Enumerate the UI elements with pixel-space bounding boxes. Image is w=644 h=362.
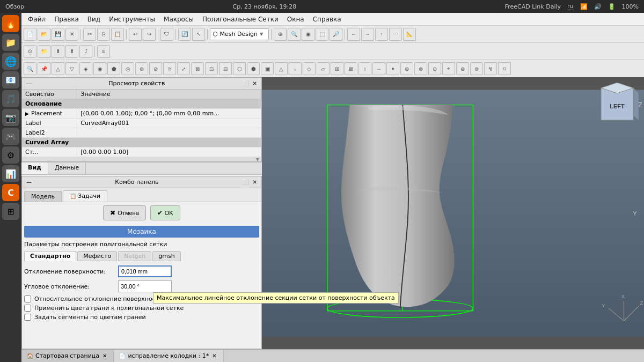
viewport[interactable]: Z Y Z Y X: [262, 77, 644, 349]
mesh-tb-28[interactable]: ⊕: [400, 62, 413, 75]
mesh-tb-15[interactable]: ⊟: [219, 62, 232, 75]
cut-btn[interactable]: ✂: [83, 28, 96, 41]
dock-email[interactable]: 📧: [2, 71, 19, 88]
dock-music[interactable]: 🎵: [2, 90, 19, 107]
view-style-btn[interactable]: ◉: [302, 28, 314, 41]
menu-edit[interactable]: Правка: [50, 14, 83, 24]
workbench-dropdown[interactable]: ⬡ Mesh Design ▼: [210, 28, 269, 40]
dock-photos[interactable]: 📷: [2, 109, 19, 126]
dock-c[interactable]: C: [2, 184, 19, 201]
mesh-tb-20[interactable]: ⬦: [289, 62, 302, 75]
checkbox-segments[interactable]: [24, 314, 31, 321]
prop-panel-close[interactable]: ✕: [252, 80, 258, 86]
mesh-tb-11[interactable]: ≋: [163, 62, 176, 75]
mesh-tb-34[interactable]: ↯: [484, 62, 497, 75]
checkbox-colors[interactable]: [24, 305, 31, 312]
tab-view[interactable]: Вид: [21, 162, 48, 174]
mesh-tb-30[interactable]: ⊙: [428, 62, 441, 75]
mesh-tb-26[interactable]: ↔: [372, 62, 385, 75]
mesh-tb-29[interactable]: ⊗: [414, 62, 427, 75]
file-tab-close[interactable]: ✕: [211, 353, 217, 359]
surface-deviation-input[interactable]: [118, 265, 172, 277]
refresh-btn[interactable]: 🔄: [178, 28, 191, 41]
navigation-cube[interactable]: LEFT: [596, 83, 639, 125]
dock-files[interactable]: 📁: [2, 34, 19, 51]
save-btn[interactable]: 💾: [52, 28, 64, 41]
mesh-tb-9[interactable]: ⊕: [135, 62, 148, 75]
mesh-tb-2[interactable]: 📌: [38, 62, 50, 75]
view-zoom-btn[interactable]: 🔍: [288, 28, 301, 41]
view-up-btn[interactable]: ↑: [375, 28, 388, 41]
start-tab-close[interactable]: ✕: [101, 353, 108, 359]
tab-tasks[interactable]: 📋Задачи: [63, 190, 107, 202]
bottom-tab-start[interactable]: 🏠 Стартовая страница ✕: [21, 350, 114, 362]
mesh-tb-23[interactable]: ⊞: [331, 62, 343, 75]
new-btn[interactable]: 📄: [24, 28, 36, 41]
mesh-tb-3[interactable]: △: [52, 62, 64, 75]
tb2-5[interactable]: ⤴: [79, 45, 92, 58]
mesh-tb-7[interactable]: ⬟: [107, 62, 120, 75]
open-btn[interactable]: 📂: [38, 28, 50, 41]
menu-tools[interactable]: Инструменты: [105, 14, 159, 24]
mesh-tb-13[interactable]: ⊠: [191, 62, 204, 75]
mesh-tb-4[interactable]: ▽: [65, 62, 78, 75]
pointer-btn[interactable]: ↖: [192, 28, 205, 41]
menu-windows[interactable]: Окна: [283, 14, 309, 24]
tab-model[interactable]: Модель: [24, 191, 62, 202]
dock-settings[interactable]: ⚙: [2, 146, 19, 164]
view-misc-btn[interactable]: ⋯: [389, 28, 402, 41]
mesh-tb-19[interactable]: △: [275, 62, 288, 75]
paste-btn[interactable]: 📋: [111, 28, 124, 41]
copy-btn[interactable]: ⎘: [97, 28, 110, 41]
menu-help[interactable]: Справка: [309, 14, 346, 24]
mesh-tb-6[interactable]: ◉: [93, 62, 106, 75]
mesh-tb-10[interactable]: ⊘: [149, 62, 162, 75]
prop-panel-expand[interactable]: ⬜: [241, 80, 250, 86]
volume-icon[interactable]: 🔊: [594, 3, 602, 10]
bottom-tab-file[interactable]: 📄 исправление колодки : 1* ✕: [114, 350, 223, 362]
mesh-tab-gmsh[interactable]: gmsh: [152, 251, 180, 261]
mesh-tb-17[interactable]: ⬢: [247, 62, 260, 75]
ok-button[interactable]: ✔ OK: [150, 205, 180, 220]
prop-scrollbar[interactable]: ▼: [22, 157, 261, 161]
menu-macros[interactable]: Макросы: [159, 14, 198, 24]
tb2-1[interactable]: ⊙: [24, 45, 36, 58]
mesh-tb-31[interactable]: ⌖: [442, 62, 455, 75]
dock-games[interactable]: 🎮: [2, 128, 19, 145]
redo-btn[interactable]: ↪: [143, 28, 156, 41]
mesh-tb-16[interactable]: ⬡: [233, 62, 246, 75]
view-zoom2-btn[interactable]: 🔎: [330, 28, 342, 41]
measure-btn[interactable]: 📐: [403, 28, 416, 41]
tab-data[interactable]: Данные: [48, 162, 86, 174]
view-fwd-btn[interactable]: →: [361, 28, 374, 41]
mesh-tb-32[interactable]: ⊛: [456, 62, 469, 75]
mesh-tb-12[interactable]: ⤢: [177, 62, 190, 75]
mesh-tb-8[interactable]: ◎: [121, 62, 134, 75]
mesh-tb-25[interactable]: ↕: [358, 62, 371, 75]
mesh-tab-mefisto[interactable]: Мефисто: [77, 251, 117, 261]
undo-btn[interactable]: ↩: [129, 28, 142, 41]
dock-browser[interactable]: 🌐: [2, 53, 19, 70]
mesh-tb-21[interactable]: ◇: [303, 62, 316, 75]
mesh-tb-1[interactable]: 🔍: [24, 62, 36, 75]
combo-panel-minus[interactable]: —: [25, 179, 33, 185]
expand-icon[interactable]: ▶: [25, 111, 29, 116]
dock-freecad[interactable]: 🔥: [2, 15, 19, 32]
shield-btn[interactable]: 🛡: [160, 28, 173, 41]
mesh-tb-35[interactable]: ⌑: [498, 62, 511, 75]
combo-panel-expand[interactable]: ⬜: [241, 179, 250, 185]
mesh-tb-33[interactable]: ⊚: [470, 62, 483, 75]
view-back-btn[interactable]: ←: [347, 28, 360, 41]
tb2-4[interactable]: ⬆: [65, 45, 78, 58]
lang-selector[interactable]: ru: [567, 3, 574, 10]
prop-panel-minus[interactable]: —: [25, 80, 33, 86]
close-btn[interactable]: ✕: [65, 28, 78, 41]
tb2-6[interactable]: ≡: [97, 45, 110, 58]
mesh-tb-5[interactable]: ◈: [79, 62, 92, 75]
tb2-3[interactable]: ⬆: [52, 45, 64, 58]
menu-file[interactable]: Файл: [24, 14, 50, 24]
tb2-2[interactable]: 📁: [38, 45, 50, 58]
dock-grid[interactable]: ⊞: [2, 203, 19, 220]
view-stereo-btn[interactable]: ⬚: [316, 28, 328, 41]
cancel-button[interactable]: ✖ Отмена: [103, 205, 145, 220]
